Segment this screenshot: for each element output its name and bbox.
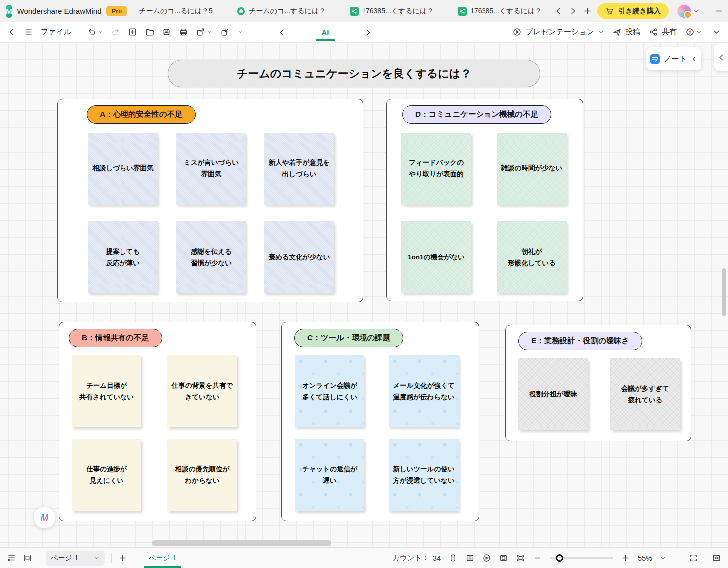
note-button[interactable]: ノート [646, 47, 701, 70]
group-e-role-ambiguity[interactable]: E：業務設計・役割の曖昧さ 役割分担が曖昧 会議が多すぎて 疲れている [505, 325, 691, 441]
import-icon[interactable] [220, 27, 230, 37]
card-node[interactable]: 相談しづらい雰囲気 [88, 133, 158, 205]
avatar[interactable] [677, 4, 692, 19]
edrawmind-logo-badge[interactable]: M [34, 507, 55, 528]
outline-view-icon[interactable] [7, 553, 16, 563]
card-node[interactable]: チーム目標が 共有されていない [72, 355, 141, 427]
group-c-header[interactable]: C：ツール・環境の課題 [294, 329, 403, 347]
vertical-scrollbar[interactable] [722, 268, 726, 316]
share-button[interactable]: 共有 [649, 27, 677, 37]
help-button[interactable] [685, 27, 702, 37]
card-node[interactable]: 仕事の背景を共有で きていない [167, 355, 237, 427]
main-topic-node[interactable]: チームのコミュニケーションを良くするには？ [168, 60, 540, 87]
presentation-button[interactable]: プレゼンテーション [512, 27, 604, 37]
tab-ai[interactable]: AI [322, 24, 329, 41]
purchase-button[interactable]: 引き続き購入 [597, 3, 669, 19]
post-label: 投稿 [625, 27, 640, 37]
focus-mode-icon[interactable] [499, 553, 508, 563]
fit-content-icon[interactable] [516, 553, 525, 563]
chevron-down-icon[interactable] [660, 555, 666, 561]
export-icon [196, 27, 205, 37]
more-tools-icon[interactable] [237, 29, 243, 35]
slide-view-icon[interactable] [23, 553, 32, 563]
mouse-mode-icon[interactable] [448, 553, 458, 563]
document-tab-4[interactable]: 176385...くするには？ [451, 7, 549, 16]
card-node[interactable]: 雑談の時間が少ない [497, 133, 567, 205]
panel-prev-icon[interactable] [277, 28, 287, 37]
zoom-in-icon[interactable] [621, 553, 630, 563]
zoom-out-icon[interactable] [533, 553, 542, 563]
title-bar: M Wondershare EdrawMind Pro チームのコ...るには？… [0, 0, 728, 22]
horizontal-scrollbar[interactable] [152, 540, 331, 546]
card-node[interactable]: 仕事の進捗が 見えにくい [72, 439, 141, 511]
group-d-header[interactable]: D：コミュニケーション機械の不足 [402, 105, 551, 124]
card-node[interactable]: 新しいツールの使い 方が浸透していない [389, 439, 459, 511]
document-tab-label: 176385...くするには？ [362, 7, 434, 16]
chevron-down-icon [598, 29, 604, 35]
card-node[interactable]: 提案しても 反応が薄い [88, 221, 158, 293]
card-node[interactable]: チャットの返信が 遅い [295, 439, 364, 511]
statusbar-divider [39, 553, 39, 563]
open-folder-icon[interactable] [145, 27, 154, 37]
chevron-down-icon[interactable] [693, 8, 699, 14]
print-icon[interactable] [179, 27, 188, 37]
page-layout-icon[interactable] [465, 553, 475, 563]
add-page-icon[interactable] [118, 553, 127, 563]
post-button[interactable]: 投稿 [612, 27, 640, 37]
file-menu[interactable]: ファイル [41, 27, 71, 37]
panel-next-icon[interactable] [364, 28, 373, 37]
card-node[interactable]: 朝礼が 形骸化している [497, 221, 567, 293]
collapse-toolbar-icon[interactable] [712, 27, 721, 37]
count-label: カウント： [392, 553, 429, 563]
card-node[interactable]: 1on1の機会がない [401, 221, 471, 293]
fullscreen-icon[interactable] [689, 553, 698, 563]
zoom-level[interactable]: 55% [638, 554, 652, 562]
chevron-left-icon [554, 6, 563, 16]
card-node[interactable]: 感謝を伝える 習慣が少ない [176, 221, 246, 293]
group-d-communication-opportunity[interactable]: D：コミュニケーション機械の不足 フィードバックの やり取りが表面的 雑談の時間… [386, 99, 583, 301]
side-panel-toggle[interactable] [714, 43, 728, 71]
page-selector[interactable]: ページ-1 [46, 551, 105, 566]
play-presentation-icon[interactable] [482, 553, 491, 563]
card-node[interactable]: メール文化が強くて 温度感が伝わらない [389, 355, 459, 427]
card-node[interactable]: 褒める文化が少ない [264, 221, 334, 293]
group-e-header[interactable]: E：業務設計・役割の曖昧さ [518, 332, 642, 350]
presentation-label: プレゼンテーション [525, 27, 594, 37]
new-tab-button[interactable] [583, 5, 592, 18]
card-node[interactable]: 新人や若手が意見を 出しづらい [264, 133, 334, 205]
group-a-header[interactable]: A：心理的安全性の不足 [87, 105, 196, 124]
fit-window-icon[interactable] [712, 553, 721, 563]
menu-icon[interactable] [24, 27, 33, 37]
group-b-header[interactable]: B：情報共有の不足 [69, 329, 162, 347]
zoom-slider[interactable] [550, 557, 613, 559]
chevron-down-icon [206, 29, 213, 35]
tab-scroll-left-button[interactable] [554, 5, 563, 18]
minimize-button[interactable] [709, 3, 728, 20]
document-tab-1[interactable]: チームのコ...るには？5 [132, 7, 220, 16]
zoom-slider-knob[interactable] [556, 554, 563, 562]
canvas[interactable]: チームのコミュニケーションを良くするには？ ノート A：心理的安全性の不足 相談… [0, 42, 728, 547]
page-tab-active[interactable]: ページ-1 [141, 549, 184, 568]
minimize-icon [714, 6, 724, 16]
undo-button[interactable] [87, 27, 104, 37]
card-node[interactable]: フィードバックの やり取りが表面的 [401, 133, 471, 205]
chevron-left-icon [717, 53, 726, 62]
new-file-icon[interactable] [128, 27, 137, 37]
document-tab-2[interactable]: チームのコ...するには？ [230, 7, 333, 16]
group-c-tools-environment[interactable]: C：ツール・環境の課題 オンライン会議が 多くて話しにくい メール文化が強くて … [281, 322, 479, 521]
group-b-information-sharing[interactable]: B：情報共有の不足 チーム目標が 共有されていない 仕事の背景を共有で きていな… [59, 322, 256, 521]
save-icon[interactable] [162, 27, 171, 37]
tab-scroll-right-button[interactable] [568, 5, 578, 18]
document-tab-label: チームのコ...するには？ [249, 7, 326, 16]
card-node[interactable]: オンライン会議が 多くて話しにくい [295, 355, 364, 427]
group-a-psychological-safety[interactable]: A：心理的安全性の不足 相談しづらい雰囲気 ミスが言いづらい 雰囲気 新人や若手… [57, 99, 363, 302]
help-icon [685, 27, 695, 37]
redo-icon[interactable] [111, 27, 121, 37]
document-tab-3[interactable]: 176385...くするには？ [343, 7, 441, 16]
card-node[interactable]: 役割分担が曖昧 [518, 358, 588, 430]
export-button[interactable] [196, 27, 213, 37]
back-icon[interactable] [7, 27, 16, 37]
card-node[interactable]: ミスが言いづらい 雰囲気 [176, 133, 246, 205]
card-node[interactable]: 会議が多すぎて 疲れている [610, 358, 680, 430]
card-node[interactable]: 相談の優先順位が わからない [167, 439, 237, 511]
